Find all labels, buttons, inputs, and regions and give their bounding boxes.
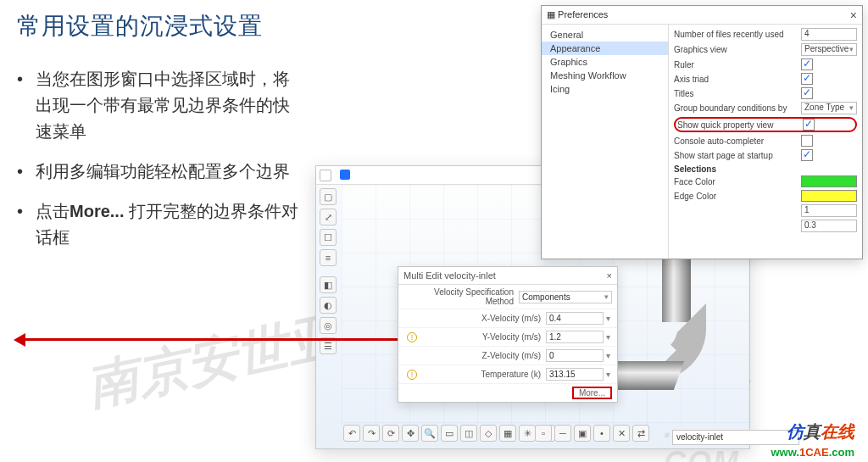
- edge-color-swatch[interactable]: [801, 190, 857, 202]
- preferences-form: Number of files recently used 4 Graphics…: [669, 25, 862, 259]
- face-color-label: Face Color: [674, 177, 801, 186]
- z-velocity-label: Z-Velocity (m/s): [407, 351, 546, 360]
- rotate-icon[interactable]: ⟳: [382, 425, 399, 442]
- app-icon: [340, 170, 350, 180]
- graphics-view-dropdown[interactable]: Perspective: [801, 43, 857, 56]
- extra1-input[interactable]: 1: [801, 204, 857, 217]
- edge-color-label: Edge Color: [674, 192, 801, 201]
- selections-heading: Selections: [674, 164, 857, 174]
- bullet-list: 当您在图形窗口中选择区域时，将出现一个带有最常见边界条件的快速菜单 利用多编辑功…: [17, 66, 305, 251]
- nav-general[interactable]: General: [542, 28, 668, 42]
- ortho-icon[interactable]: ◫: [460, 425, 477, 442]
- brand-url: www.1CAE.com: [771, 446, 855, 459]
- axis-icon[interactable]: ✳: [519, 425, 536, 442]
- view-icon[interactable]: ◧: [320, 276, 337, 293]
- close-icon[interactable]: ×: [850, 8, 857, 22]
- qpanel-title: Multi Edit velocity-inlet: [403, 270, 496, 281]
- titles-checkbox[interactable]: [801, 87, 813, 99]
- axis-triad-checkbox[interactable]: [801, 73, 813, 85]
- sel-clear-icon[interactable]: ✕: [613, 425, 630, 442]
- group-bc-dropdown[interactable]: Zone Type: [801, 102, 857, 114]
- page-title: 常用设置的沉浸式设置: [17, 10, 305, 42]
- x-velocity-label: X-Velocity (m/s): [407, 314, 546, 323]
- warning-icon: !: [407, 332, 417, 342]
- nav-graphics[interactable]: Graphics: [542, 55, 668, 69]
- grid-icon[interactable]: ▦: [499, 425, 516, 442]
- selection-toolbar: ▫ ─ ▣ • ✕ ⇄: [535, 425, 649, 445]
- y-velocity-input[interactable]: 1.2: [546, 331, 604, 343]
- iso-icon[interactable]: ◇: [480, 425, 497, 442]
- fit-icon[interactable]: ⤢: [320, 209, 337, 225]
- sel-edge-icon[interactable]: ─: [554, 425, 571, 442]
- recent-files-label: Number of files recently used: [674, 30, 801, 39]
- nav-icing[interactable]: Icing: [542, 82, 668, 96]
- preferences-title: Preferences: [558, 9, 608, 19]
- box-zoom-icon[interactable]: ▭: [441, 425, 458, 442]
- axis-triad-label: Axis triad: [674, 75, 801, 84]
- nav-appearance[interactable]: Appearance: [542, 42, 668, 55]
- close-icon[interactable]: ×: [607, 270, 612, 281]
- nav-meshing[interactable]: Meshing Workflow: [542, 69, 668, 82]
- more-button[interactable]: More...: [572, 387, 612, 399]
- sel-body-icon[interactable]: ▣: [574, 425, 591, 442]
- quick-view-label: Show quick property view: [677, 120, 803, 130]
- undo-icon[interactable]: ↶: [343, 425, 360, 442]
- brand-logo: 仿真在线: [787, 420, 854, 443]
- chevron-down-icon[interactable]: ▾: [604, 332, 612, 342]
- chevron-down-icon[interactable]: ▾: [604, 370, 612, 379]
- select-icon[interactable]: ☐: [320, 229, 337, 246]
- startup-checkbox[interactable]: [801, 149, 813, 161]
- redo-icon[interactable]: ↷: [363, 425, 380, 442]
- ruler-label: Ruler: [674, 60, 801, 70]
- annotation-arrow-head: [14, 333, 25, 347]
- face-color-swatch[interactable]: [801, 175, 857, 187]
- quick-property-panel: Multi Edit velocity-inlet × Velocity Spe…: [398, 266, 618, 403]
- sel-node-icon[interactable]: •: [593, 425, 610, 442]
- recent-files-input[interactable]: 4: [801, 28, 857, 41]
- titles-label: Titles: [674, 89, 801, 98]
- preferences-nav: General Appearance Graphics Meshing Work…: [542, 25, 669, 259]
- probe-icon[interactable]: ◎: [320, 317, 337, 334]
- sel-invert-icon[interactable]: ⇄: [632, 425, 649, 442]
- zoom-icon[interactable]: 🔍: [421, 425, 438, 442]
- pan-icon[interactable]: ✥: [402, 425, 419, 442]
- extra2-input[interactable]: 0.3: [801, 220, 857, 232]
- temperature-label: Temperature (k): [420, 370, 546, 379]
- preferences-window: ▦ Preferences × General Appearance Graph…: [541, 5, 863, 259]
- view-toolbar: ↶ ↷ ⟳ ✥ 🔍 ▭ ◫ ◇ ▦ ✳ ⌖: [343, 425, 555, 445]
- autocomplete-label: Console auto-completer: [674, 136, 801, 146]
- z-velocity-input[interactable]: 0: [546, 349, 604, 362]
- startup-label: Show start page at startup: [674, 151, 801, 160]
- bullet-item: 当您在图形窗口中选择区域时，将出现一个带有最常见边界条件的快速菜单: [17, 66, 305, 145]
- bullet-item: 利用多编辑功能轻松配置多个边界: [17, 159, 305, 185]
- method-label: Velocity Specification Method: [407, 287, 519, 306]
- sel-face-icon[interactable]: ▫: [535, 425, 552, 442]
- vertical-toolbar: ▢ ⤢ ☐ ≡ ◧ ◐ ◎ ☰: [320, 188, 338, 358]
- render-icon[interactable]: ▢: [320, 188, 337, 205]
- selection-name-field[interactable]: velocity-inlet: [672, 430, 799, 445]
- clip-icon[interactable]: ◐: [320, 297, 337, 314]
- quick-view-checkbox[interactable]: [803, 119, 815, 131]
- chevron-down-icon[interactable]: ▾: [604, 351, 612, 360]
- ruler-checkbox[interactable]: [801, 58, 813, 70]
- method-dropdown[interactable]: Components: [519, 291, 612, 303]
- autocomplete-checkbox[interactable]: [801, 135, 813, 147]
- graphics-view-label: Graphics view: [674, 45, 801, 54]
- x-velocity-input[interactable]: 0.4: [546, 312, 604, 325]
- warning-icon: !: [407, 370, 417, 380]
- bullet-item: 点击More... 打开完整的边界条件对话框: [17, 198, 305, 251]
- y-velocity-label: Y-Velocity (m/s): [420, 332, 546, 342]
- temperature-input[interactable]: 313.15: [546, 368, 604, 381]
- chevron-down-icon[interactable]: ▾: [604, 314, 612, 323]
- measure-icon[interactable]: ≡: [320, 249, 337, 266]
- window-control-icon[interactable]: [320, 170, 331, 181]
- group-bc-label: Group boundary conditions by: [674, 103, 801, 113]
